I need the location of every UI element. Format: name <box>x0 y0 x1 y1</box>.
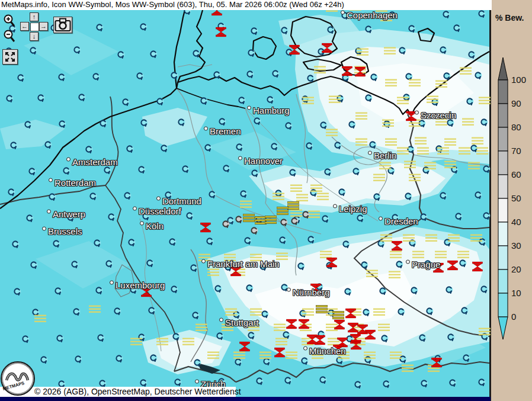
title-bar: MetMaps.info, Icon WW-Symbol, Mos WW-Sym… <box>0 0 492 10</box>
legend-arrow-up <box>498 57 508 80</box>
zoom-in-button[interactable] <box>3 14 16 29</box>
fullscreen-button[interactable] <box>2 49 18 65</box>
cloud-cover-legend: % Bew. 1009080706050403020100 <box>491 0 532 401</box>
legend-colorbar: 1009080706050403020100 <box>496 56 530 350</box>
pan-down-button[interactable]: ↓ <box>30 32 39 41</box>
legend-title: % Bew. <box>495 13 524 23</box>
arrow-right-icon: → <box>40 23 47 30</box>
legend-segment <box>498 104 508 127</box>
cloud-cover-patches <box>0 15 489 374</box>
pan-up-button[interactable]: ↑ <box>30 12 39 21</box>
legend-segment <box>498 127 508 151</box>
zoom-out-button[interactable] <box>3 29 16 44</box>
map-base-layer <box>0 10 489 397</box>
copyright-text[interactable]: © 2026 (AGB), OpenStreetMap, Deutscher W… <box>34 387 241 396</box>
pan-left-button[interactable]: ← <box>20 22 29 31</box>
copyright-bar: © 2026 (AGB), OpenStreetMap, Deutscher W… <box>0 387 236 397</box>
legend-tick-label: 50 <box>511 193 521 203</box>
legend-tick-label: 20 <box>511 264 521 274</box>
legend-arrow-down <box>498 317 508 339</box>
metmaps-app-window: MetMaps.info, Icon WW-Symbol, Mos WW-Sym… <box>0 0 532 401</box>
legend-segment <box>498 222 508 246</box>
weather-map[interactable] <box>0 10 491 397</box>
map-title-text: MetMaps.info, Icon WW-Symbol, Mos WW-Sym… <box>1 0 344 9</box>
screenshot-button[interactable] <box>53 17 72 33</box>
pan-right-button[interactable]: → <box>39 22 48 31</box>
legend-tick-label: 70 <box>511 146 521 156</box>
legend-segment <box>498 270 508 293</box>
legend-tick-label: 0 <box>511 312 516 322</box>
legend-tick-label: 40 <box>511 217 521 227</box>
legend-segment <box>498 198 508 222</box>
metmaps-logo[interactable]: METMAPS <box>1 361 35 396</box>
arrow-left-icon: ← <box>21 23 28 30</box>
bottom-edge-bar <box>0 397 491 401</box>
legend-tick-label: 90 <box>511 98 521 108</box>
logo-text: METMAPS <box>2 380 25 392</box>
zoom-out-icon <box>3 29 16 44</box>
arrow-up-icon: ↑ <box>33 14 36 20</box>
legend-tick-label: 100 <box>511 75 526 85</box>
fullscreen-icon <box>4 51 16 63</box>
legend-segment <box>498 293 508 317</box>
legend-segment <box>498 80 508 104</box>
legend-tick-label: 30 <box>511 240 521 251</box>
zoom-in-icon <box>3 14 16 29</box>
legend-segment <box>498 246 508 270</box>
legend-tick-label: 80 <box>511 122 521 132</box>
pan-center <box>30 23 39 31</box>
legend-tick-label: 60 <box>511 169 521 179</box>
legend-segment <box>498 151 508 175</box>
legend-tick-label: 10 <box>511 288 521 298</box>
legend-segment <box>498 175 508 198</box>
camera-icon <box>55 18 71 32</box>
arrow-down-icon: ↓ <box>33 33 36 40</box>
